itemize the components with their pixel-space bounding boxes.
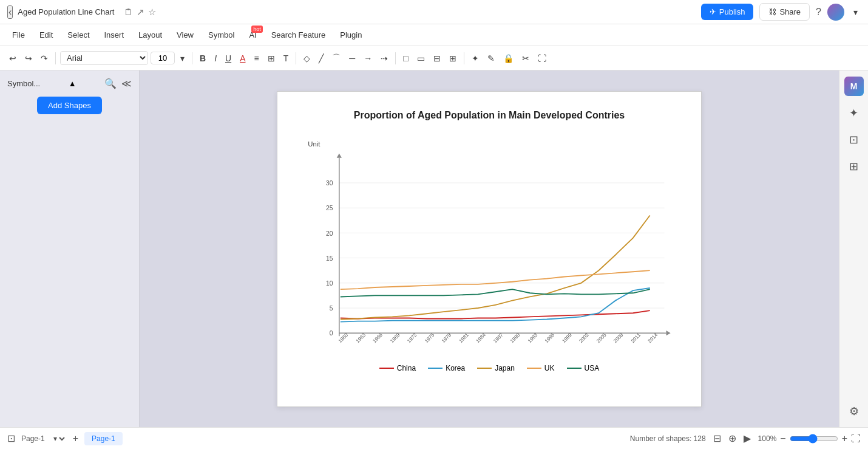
zoom-out-button[interactable]: − bbox=[780, 433, 785, 444]
svg-text:1966: 1966 bbox=[372, 332, 384, 344]
zoom-slider[interactable] bbox=[790, 434, 838, 444]
font-size-dropdown[interactable]: ▾ bbox=[177, 51, 188, 66]
bookmark-icon[interactable]: 🗒 bbox=[124, 7, 133, 18]
font-family-select[interactable]: Arial Times New Roman Helvetica bbox=[60, 51, 148, 65]
toolbar: ↩ ↪ ↷ Arial Times New Roman Helvetica ▾ … bbox=[0, 46, 868, 70]
legend-uk-line bbox=[527, 368, 541, 369]
italic-button[interactable]: I bbox=[211, 51, 220, 66]
layers-icon[interactable]: ⊟ bbox=[713, 433, 721, 444]
status-bar: ⊡ Page-1 ▾ + Page-1 Number of shapes: 12… bbox=[0, 427, 868, 449]
arrange-button[interactable]: ⊟ bbox=[430, 51, 444, 66]
share-button[interactable]: ⛓ Share bbox=[759, 3, 810, 21]
separator-2 bbox=[192, 52, 192, 64]
zoom-level: 100% bbox=[758, 434, 777, 443]
font-color-button[interactable]: A bbox=[237, 51, 248, 66]
menu-insert[interactable]: Insert bbox=[98, 28, 131, 42]
play-icon[interactable]: ▶ bbox=[744, 433, 751, 444]
left-sidebar: Symbol... ▲ 🔍 ≪ Add Shapes bbox=[0, 70, 140, 427]
svg-text:1981: 1981 bbox=[458, 332, 470, 344]
font-size-input[interactable] bbox=[151, 52, 175, 64]
chart-container: Proportion of Aged Population in Main De… bbox=[277, 91, 702, 407]
avatar[interactable] bbox=[827, 4, 844, 21]
crop-button[interactable]: ✂ bbox=[519, 51, 532, 66]
active-page-tab[interactable]: Page-1 bbox=[84, 432, 123, 445]
sidebar-collapse-btn[interactable]: ≪ bbox=[121, 78, 132, 89]
bold-button[interactable]: B bbox=[197, 51, 209, 66]
focus-icon[interactable]: ⊕ bbox=[728, 433, 736, 444]
zoom-fit-button[interactable]: ⛶ bbox=[851, 433, 861, 444]
chart-title: Proportion of Aged Population in Main De… bbox=[302, 110, 677, 121]
legend-uk: UK bbox=[527, 364, 555, 372]
sidebar-search-icon[interactable]: 🔍 bbox=[104, 78, 117, 89]
svg-marker-18 bbox=[337, 153, 342, 157]
svg-text:1978: 1978 bbox=[441, 332, 453, 344]
rounded-shape-button[interactable]: ▭ bbox=[414, 51, 428, 66]
zoom-in-button[interactable]: + bbox=[842, 433, 847, 444]
right-sidebar-btn-2[interactable]: ⊡ bbox=[846, 130, 861, 149]
publish-button[interactable]: ✈ Publish bbox=[701, 4, 754, 20]
right-sidebar-btn-3[interactable]: ⊞ bbox=[846, 157, 861, 176]
separator-3 bbox=[296, 52, 296, 64]
menu-search-feature[interactable]: Search Feature bbox=[265, 28, 332, 42]
avatar-dropdown[interactable]: ▾ bbox=[850, 5, 861, 19]
back-button[interactable]: ‹ bbox=[7, 5, 13, 19]
table-button[interactable]: ⊞ bbox=[446, 51, 459, 66]
export-icon[interactable]: ↗ bbox=[137, 7, 144, 18]
svg-marker-17 bbox=[666, 331, 670, 335]
svg-text:1984: 1984 bbox=[475, 332, 487, 344]
menu-ai[interactable]: AIhot bbox=[243, 28, 262, 42]
legend-usa: USA bbox=[567, 364, 600, 372]
legend-japan-line bbox=[477, 368, 492, 369]
help-button[interactable]: ? bbox=[816, 7, 821, 18]
svg-text:5: 5 bbox=[330, 305, 333, 312]
page-icon: ⊡ bbox=[7, 433, 15, 444]
svg-text:25: 25 bbox=[326, 205, 333, 211]
menu-select[interactable]: Select bbox=[61, 28, 95, 42]
publish-icon: ✈ bbox=[710, 7, 716, 16]
star-icon[interactable]: ☆ bbox=[148, 7, 156, 18]
chart-svg: Unit 0 5 10 15 20 25 bbox=[302, 133, 677, 358]
add-shapes-button[interactable]: Add Shapes bbox=[37, 97, 102, 114]
redo-button[interactable]: ↪ bbox=[22, 51, 35, 66]
canvas-area[interactable]: Proportion of Aged Population in Main De… bbox=[140, 70, 839, 427]
line-button[interactable]: ╱ bbox=[316, 51, 327, 66]
text-style-button[interactable]: T bbox=[280, 51, 292, 66]
right-sidebar-settings-btn[interactable]: ⚙ bbox=[846, 402, 862, 421]
add-page-button[interactable]: + bbox=[73, 433, 78, 444]
underline-button[interactable]: U bbox=[222, 51, 234, 66]
line-style-button[interactable]: ─ bbox=[346, 51, 358, 66]
svg-text:0: 0 bbox=[330, 330, 333, 337]
menu-symbol[interactable]: Symbol bbox=[202, 28, 240, 42]
menu-file[interactable]: File bbox=[6, 28, 31, 42]
legend-japan-label: Japan bbox=[495, 364, 515, 372]
separator-1 bbox=[55, 52, 56, 64]
svg-text:2002: 2002 bbox=[578, 332, 590, 344]
menu-plugin[interactable]: Plugin bbox=[334, 28, 368, 42]
line-end-button[interactable]: → bbox=[361, 51, 375, 66]
align-options-button[interactable]: ⊞ bbox=[265, 51, 278, 66]
connector-button[interactable]: ⌒ bbox=[329, 50, 344, 66]
shape-button[interactable]: □ bbox=[400, 51, 411, 66]
sidebar-collapse-icon: ▲ bbox=[69, 79, 76, 88]
page-dropdown[interactable]: ▾ bbox=[51, 434, 67, 444]
menu-layout[interactable]: Layout bbox=[132, 28, 168, 42]
magic-button[interactable]: ✦ bbox=[469, 51, 482, 66]
fill-button[interactable]: ◇ bbox=[300, 51, 313, 66]
svg-text:20: 20 bbox=[326, 230, 333, 236]
chart-area: Unit 0 5 10 15 20 25 bbox=[302, 133, 677, 358]
sidebar-icon-group: 🔍 ≪ bbox=[104, 78, 132, 89]
line-multi-button[interactable]: ⇢ bbox=[378, 51, 391, 66]
lock-button[interactable]: 🔒 bbox=[500, 51, 517, 66]
text-align-button[interactable]: ≡ bbox=[251, 51, 262, 66]
svg-text:1975: 1975 bbox=[424, 332, 436, 344]
right-sidebar-btn-1[interactable]: ✦ bbox=[846, 103, 861, 123]
menu-edit[interactable]: Edit bbox=[33, 28, 59, 42]
edit-button[interactable]: ✎ bbox=[484, 51, 498, 66]
forward-button[interactable]: ↷ bbox=[38, 51, 51, 66]
undo-button[interactable]: ↩ bbox=[6, 51, 19, 66]
svg-text:30: 30 bbox=[326, 180, 333, 187]
fullscreen-button[interactable]: ⛶ bbox=[535, 51, 549, 66]
right-sidebar: M ✦ ⊡ ⊞ ⚙ bbox=[839, 70, 868, 427]
legend-usa-label: USA bbox=[585, 364, 600, 372]
menu-view[interactable]: View bbox=[171, 28, 200, 42]
